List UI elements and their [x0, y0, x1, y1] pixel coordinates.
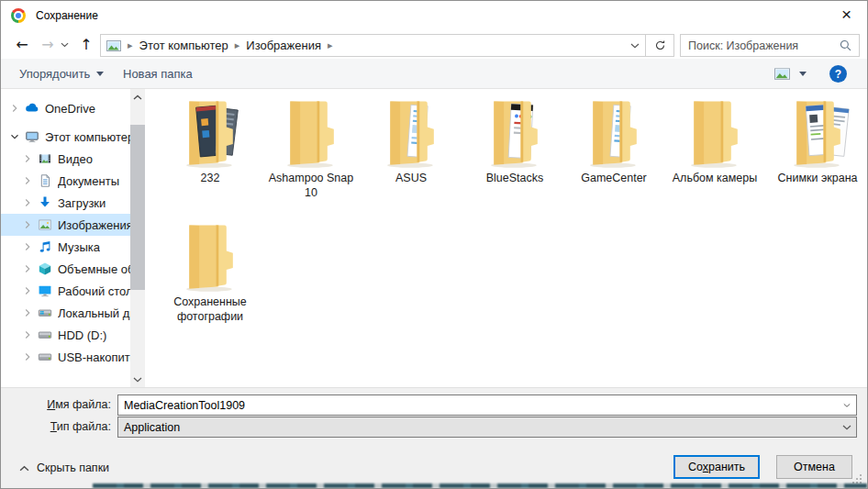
folder-tile-screenshots[interactable]: Снимки экрана [769, 94, 866, 185]
chevron-up-icon [133, 94, 142, 100]
sidebar-item-this-pc[interactable]: Этот компьютер [1, 126, 130, 148]
chevron-right-icon[interactable] [21, 306, 34, 319]
refresh-button[interactable] [645, 35, 673, 56]
new-folder-button[interactable]: Новая папка [116, 59, 200, 88]
breadcrumb-this-pc[interactable]: Этот компьютер [139, 39, 228, 52]
filetype-dropdown-button[interactable] [838, 425, 856, 430]
folder-tile-asus[interactable]: ASUS [362, 94, 460, 185]
sidebar-item-pictures[interactable]: Изображения [1, 214, 130, 236]
save-button[interactable]: Сохранить [673, 455, 760, 479]
chevron-right-icon[interactable] [21, 240, 34, 253]
chevron-right-icon[interactable] [8, 102, 21, 115]
folder-label: Альбом камеры [666, 171, 763, 185]
organize-button[interactable]: Упорядочить [12, 59, 111, 88]
dialog-footer: Имя файла: Тип файла: Application Скрыть… [1, 387, 867, 489]
folder-tile-saved-photos[interactable]: Сохраненные фотографии [161, 218, 259, 324]
back-button[interactable]: ← [10, 33, 34, 57]
chevron-right-icon[interactable] [21, 196, 34, 209]
up-button[interactable]: ↑ [74, 33, 98, 57]
chevron-down-icon [843, 403, 851, 408]
chevron-right-icon[interactable] [21, 328, 34, 341]
local-disk-icon [38, 306, 52, 320]
sidebar-item-music[interactable]: Музыка [1, 236, 130, 258]
computer-icon [25, 129, 39, 144]
save-dialog-window: Сохранение × ← → ↑ ▸ Этот компьютер ▸ Из… [0, 0, 868, 489]
sidebar-item-local-disk[interactable]: Локальный дис [1, 302, 130, 324]
folder-icon [576, 94, 651, 170]
sidebar-item-onedrive[interactable]: OneDrive [1, 97, 130, 119]
usb-drive-icon [38, 350, 52, 364]
close-button[interactable]: × [826, 1, 867, 28]
folder-label: 232 [161, 171, 259, 185]
folder-tile-232[interactable]: 232 [161, 94, 259, 185]
scroll-down-arrow[interactable] [130, 372, 145, 387]
sidebar-scrollbar[interactable] [130, 89, 145, 387]
chevron-right-icon[interactable] [21, 284, 34, 297]
chevron-right-icon[interactable] [21, 218, 34, 231]
chevron-right-icon[interactable] [21, 350, 34, 363]
cancel-button[interactable]: Отмена [776, 455, 852, 479]
address-dropdown-button[interactable] [625, 35, 645, 56]
folder-label: Ashampoo Snap 10 [262, 171, 360, 200]
folder-tile-camera-album[interactable]: Альбом камеры [666, 94, 763, 185]
folder-tile-ashampoo-snap-10[interactable]: Ashampoo Snap 10 [262, 94, 360, 200]
chevron-down-icon [630, 43, 640, 49]
sidebar-item-hdd-d[interactable]: HDD (D:) [1, 324, 130, 346]
folder-icon [677, 94, 752, 170]
search-icon[interactable] [839, 39, 852, 52]
chevron-expanded-icon[interactable] [8, 130, 21, 143]
chevron-right-icon[interactable] [21, 262, 34, 275]
dialog-body: OneDrive Этот компьютер Видео Документы [1, 89, 867, 387]
breadcrumb-pictures[interactable]: Изображения [246, 39, 321, 52]
search-input[interactable] [681, 39, 839, 52]
help-button[interactable]: ? [829, 65, 847, 83]
chevron-down-icon [842, 425, 851, 430]
sidebar-item-documents[interactable]: Документы [1, 170, 130, 192]
folder-label: ASUS [362, 171, 460, 185]
folder-icon [477, 94, 552, 170]
filename-input[interactable] [118, 399, 838, 412]
breadcrumb-separator-icon[interactable]: ▸ [228, 39, 247, 51]
chevron-right-icon[interactable] [21, 152, 34, 165]
music-icon [38, 239, 52, 254]
recent-locations-dropdown[interactable] [56, 33, 72, 57]
folder-tile-gamecenter[interactable]: GameCenter [565, 94, 662, 185]
folder-tile-bluestacks[interactable]: BlueStacks [466, 94, 563, 185]
filetype-select[interactable]: Application [117, 417, 857, 438]
pictures-location-icon [106, 40, 121, 51]
filetype-value: Application [118, 421, 838, 434]
chevron-right-icon[interactable] [21, 174, 34, 187]
breadcrumb-separator-icon[interactable]: ▸ [121, 39, 139, 51]
folder-label: GameCenter [565, 171, 662, 185]
chevron-down-icon [799, 72, 807, 76]
folder-icon [373, 94, 449, 170]
videos-icon [38, 151, 52, 166]
sidebar-item-downloads[interactable]: Загрузки [1, 192, 130, 214]
search-box [680, 34, 860, 57]
scrollbar-thumb[interactable] [130, 125, 145, 290]
window-title: Сохранение [36, 9, 98, 22]
navigation-pane: OneDrive Этот компьютер Видео Документы [1, 89, 130, 387]
views-button[interactable] [774, 64, 815, 83]
sidebar-item-desktop[interactable]: Рабочий стол [1, 280, 130, 302]
thumbnail-view-icon [774, 68, 790, 80]
sidebar-item-videos[interactable]: Видео [1, 148, 130, 170]
downloads-icon [38, 195, 52, 210]
file-list: 232 Ashampoo Snap 10 ASUS [145, 89, 867, 387]
scroll-up-arrow[interactable] [130, 89, 145, 105]
chevron-down-icon [96, 72, 104, 76]
hide-folders-button[interactable]: Скрыть папки [14, 457, 115, 479]
folder-icon [172, 94, 248, 170]
breadcrumb-separator-icon[interactable]: ▸ [321, 39, 339, 51]
chevron-down-icon [133, 377, 142, 383]
filename-dropdown-button[interactable] [838, 402, 856, 409]
onedrive-cloud-icon [25, 101, 39, 116]
sidebar-item-3d-objects[interactable]: Объемные объ [1, 258, 130, 280]
folder-label: Снимки экрана [769, 171, 866, 185]
sidebar-item-usb-drive[interactable]: USB-накопител [1, 346, 130, 368]
refresh-icon [653, 39, 667, 52]
breadcrumb: ▸ Этот компьютер ▸ Изображения ▸ [101, 35, 625, 56]
background-page-strip [93, 483, 867, 488]
question-mark-icon: ? [835, 68, 841, 81]
resize-grip[interactable] [852, 474, 862, 483]
